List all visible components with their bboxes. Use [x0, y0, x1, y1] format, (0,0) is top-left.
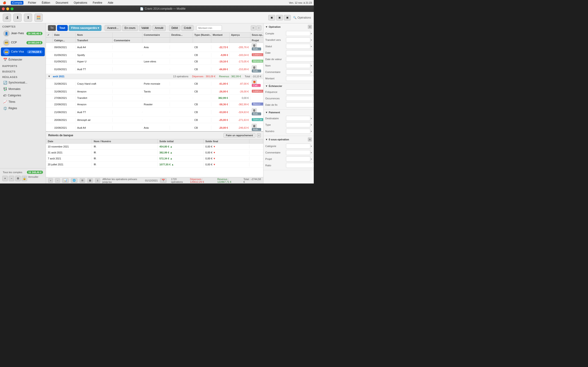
add-transaction-btn[interactable]: + — [48, 178, 53, 183]
destinataire-select[interactable] — [286, 116, 310, 121]
sous-op-icon4[interactable]: 🖼 — [252, 108, 257, 112]
nom-select[interactable] — [286, 63, 310, 68]
funnel-btn[interactable]: ⧖ — [95, 178, 100, 183]
sidebar-account-ccp[interactable]: 💳 CCP 19 093,04 € — [1, 38, 45, 47]
date-input[interactable] — [286, 50, 314, 55]
valide-button[interactable]: Validé — [139, 25, 151, 31]
menu-edition[interactable]: Édition — [41, 1, 51, 4]
ratio-input[interactable] — [286, 163, 314, 168]
menu-aide[interactable]: Aide — [107, 1, 114, 4]
th-sous-op[interactable]: Sous-op... — [250, 33, 263, 37]
bar-btn[interactable]: ▦ — [87, 178, 93, 183]
menu-fenetre[interactable]: Fenêtre — [92, 1, 103, 4]
categorie-select[interactable] — [286, 144, 310, 149]
table-row[interactable]: 27/08/2021 Transfert 382,99 € 0,00 € — [46, 95, 263, 101]
calculator-button[interactable]: 🧮 — [35, 14, 43, 22]
group-toggle-aout[interactable]: ▼ — [48, 75, 51, 78]
th-commentaire[interactable]: Commentaire — [142, 33, 170, 37]
compte-select[interactable] — [286, 31, 310, 36]
en-cours-button[interactable]: En cours — [122, 25, 138, 31]
sous-op-icon5[interactable]: 🖼 — [252, 124, 257, 128]
menu-operations[interactable]: Opérations — [73, 1, 88, 4]
th-montant[interactable]: Montant — [211, 33, 230, 37]
sidebar-item-titres[interactable]: 📈 Titres — [1, 99, 45, 105]
montant-min-input[interactable] — [197, 25, 222, 31]
sidebar-account-carte-visa[interactable]: 💳 Carte Visa -2 744,58 € — [1, 48, 45, 56]
th2-projet[interactable]: Projet — [250, 38, 263, 43]
sous-op-icon3[interactable]: 🎁 — [252, 80, 257, 84]
th-type[interactable]: Type (Numér... — [193, 33, 211, 37]
th-date[interactable]: Date — [53, 33, 76, 37]
avance-button[interactable]: Avancé... — [104, 25, 121, 31]
bank-collapse-btn[interactable]: − — [257, 133, 261, 137]
view-btn-2[interactable]: ▣ — [276, 15, 283, 20]
sous-op-icon2[interactable]: 🖼 — [252, 65, 257, 69]
sidebar-item-monnaies[interactable]: 💱 Monnaies — [1, 86, 45, 92]
calendar-picker-btn[interactable]: 📅 — [160, 178, 166, 183]
table-row[interactable]: 31/08/2021 Amazon Tarots CB -26,00 € -26… — [46, 88, 263, 95]
table-row[interactable]: 31/08/2021 Crazy Hand craft Porte monnai… — [46, 79, 263, 88]
projet-select[interactable] — [286, 156, 310, 161]
table-row[interactable]: 01/09/2021 Audi TT CB -66,89 € -153,89 €… — [46, 65, 263, 74]
grid-btn[interactable]: ⊞ — [80, 178, 85, 183]
add-account-btn[interactable]: + — [2, 176, 8, 181]
nav-prev-btn[interactable]: ‹‹ — [251, 25, 256, 31]
sous-op-icon[interactable]: 🖼 — [252, 43, 257, 48]
upload-button[interactable]: ⬆ — [24, 14, 32, 22]
fullscreen-button[interactable] — [10, 7, 14, 10]
th-apercu[interactable]: Aperçu — [230, 33, 250, 37]
annule-button[interactable]: Annulé — [152, 25, 166, 31]
table-row[interactable]: 01/09/2021 Hyper U Lave-vitres CB -19,16… — [46, 58, 263, 65]
commentaire-op-select[interactable] — [286, 69, 310, 75]
bank-row[interactable]: 20 juillet 2021 ⊞. 1077,55 € ▲ 0,00 € ▼ — [46, 161, 263, 167]
nav-next-btn[interactable]: › — [256, 25, 261, 31]
add-operation-btn[interactable]: + — [308, 25, 312, 29]
globe-btn[interactable]: 🌐 — [71, 178, 78, 183]
table-row[interactable]: 21/08/2021 Audi TT CB -53,00 € -324,63 €… — [46, 108, 263, 117]
view-btn-1[interactable]: ▣ — [268, 15, 275, 20]
settings-btn[interactable]: ⚙ — [15, 176, 21, 181]
tri-button[interactable]: Tri — [48, 25, 56, 31]
group-header-aout[interactable]: ▼ août 2021 13 opérations Dépenses : 393… — [46, 74, 263, 79]
download-button[interactable]: ⬇ — [13, 14, 22, 22]
table-row[interactable]: 15/08/2021 Audi A4 Avia CB -20,00 € -246… — [46, 123, 263, 131]
filtres-button[interactable]: Filtres sauvegardés ▾ — [69, 25, 102, 31]
menu-document[interactable]: Document — [55, 1, 69, 4]
lock-btn[interactable]: 🔒 — [22, 176, 27, 181]
montant-input[interactable] — [286, 76, 314, 81]
app-name[interactable]: iCompta — [11, 1, 23, 5]
bank-row[interactable]: 10 novembre 2021 ⊞. 454,80 € ▲ 0,00 € ▼ — [46, 144, 263, 150]
date-valeur-input[interactable] — [286, 57, 314, 62]
sidebar-item-synchronisation[interactable]: 🔄 Synchronisati... — [1, 80, 45, 85]
chart-btn[interactable]: 📊 — [62, 178, 69, 183]
type-select[interactable] — [286, 122, 310, 127]
table-row[interactable]: 22/08/2021 Amazon Roaster CB -58,36 € -3… — [46, 101, 263, 108]
frequence-input[interactable] — [286, 90, 314, 94]
sidebar-item-categories[interactable]: 🏷 Catégories — [1, 92, 45, 98]
credit-button[interactable]: Crédit — [181, 25, 194, 31]
minimize-button[interactable] — [6, 7, 9, 10]
bank-row[interactable]: 7 août 2021 ⊞. 572,34 € ▲ 0,00 € ▼ — [46, 156, 263, 161]
table-row[interactable]: 20/08/2021 Atmosph air CB -25,00 € -271,… — [46, 117, 263, 123]
bank-row[interactable]: 31 août 2021 ⊞. 382,99 € ▲ 0,00 € ▼ — [46, 150, 263, 156]
table-row[interactable]: 01/09/2021 Spotify CB -9,99 € -183,04 € … — [46, 52, 263, 58]
th-destinataire[interactable]: Destina... — [170, 33, 193, 37]
print-button[interactable]: 🖨 — [3, 14, 11, 22]
view-btn-3[interactable]: ▣ — [284, 15, 291, 20]
add-sous-op-btn[interactable]: + — [308, 137, 312, 142]
table-row[interactable]: 09/09/2021 Audi A4 Avia CB -22,72 € -205… — [46, 43, 263, 52]
transfert-vers-select[interactable] — [286, 37, 310, 42]
commentaire-sous-select[interactable] — [286, 150, 310, 155]
th2-transfert[interactable]: Transfert — [76, 38, 112, 43]
occurrences-input[interactable] — [286, 96, 314, 101]
menu-fichier[interactable]: Fichier — [27, 1, 37, 4]
remove-transaction-btn[interactable]: − — [55, 178, 60, 183]
apple-menu[interactable]: 🍎 — [2, 1, 7, 4]
sidebar-item-echeancier[interactable]: 📅 Échéancier — [1, 57, 45, 63]
numero-select[interactable] — [286, 129, 310, 134]
statut-select[interactable] — [286, 44, 310, 49]
th2-categorie[interactable]: Catégo... — [53, 38, 76, 43]
date-fin-input[interactable] — [286, 102, 314, 107]
close-button[interactable] — [2, 7, 5, 10]
debit-button[interactable]: Débit — [169, 25, 180, 31]
